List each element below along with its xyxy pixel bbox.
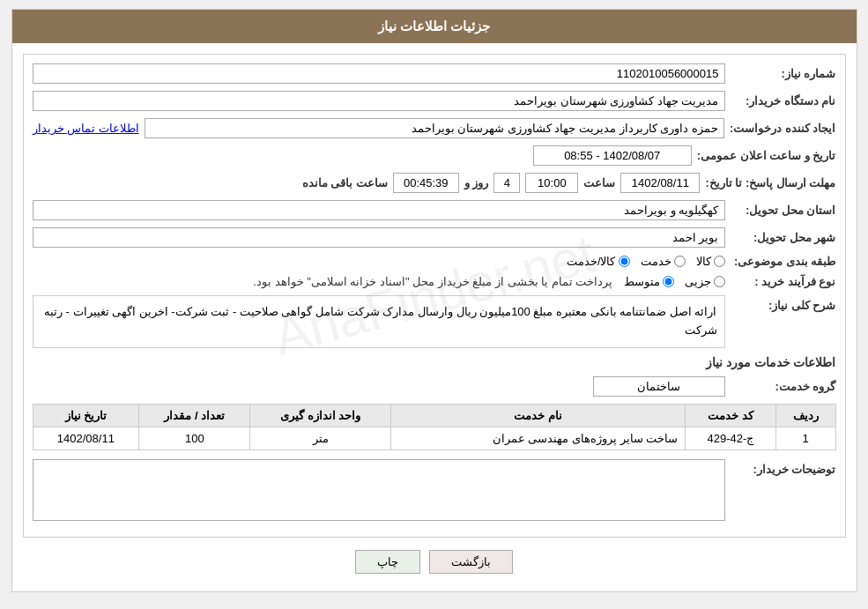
process-jozi-radio[interactable] (714, 276, 725, 287)
tarikh-value: 1402/08/07 - 08:55 (533, 145, 692, 166)
tabaqe-khedmat-radio[interactable] (674, 256, 686, 267)
sharh-label: شرح کلی نیاز: (731, 295, 836, 312)
cell-kod: ج-42-429 (686, 427, 776, 449)
col-tedad: تعداد / مقدار (139, 404, 250, 427)
tarikh-row: تاریخ و ساعت اعلان عمومی: 1402/08/07 - 0… (33, 145, 836, 166)
tozihat-row: توضیحات خریدار: (33, 459, 836, 521)
tabaqe-khedmat-label: خدمت (641, 255, 671, 268)
btn-bazgasht[interactable]: بازگشت (429, 550, 513, 574)
col-kod: کد خدمت (686, 404, 776, 427)
col-nam: نام خدمت (390, 404, 685, 427)
tabaqe-label: طبقه بندی موضوعی: (731, 255, 836, 268)
mohlat-roz: 4 (493, 173, 520, 193)
page-container: جزئیات اطلاعات نیاز AnaFinder.net شماره … (11, 9, 857, 592)
cell-vahed: متر (250, 427, 390, 449)
ettelaat-tamas-link[interactable]: اطلاعات تماس خریدار (33, 122, 139, 135)
sharh-value: ارائه اصل ضمانتنامه بانکی معتبره مبلغ 10… (33, 295, 725, 348)
process-jozi-item: جزیی (685, 275, 725, 288)
button-row: بازگشت چاپ (23, 550, 846, 574)
page-title: جزئیات اطلاعات نیاز (378, 19, 490, 33)
ostan-label: استان محل تحویل: (731, 204, 836, 217)
shahr-row: شهر محل تحویل: بویر احمد (33, 227, 836, 248)
ijad-konande-label: ایجاد کننده درخواست: (730, 122, 836, 135)
ijad-konande-row: ایجاد کننده درخواست: حمزه داوری کاربرداز… (33, 118, 836, 138)
table-head: ردیف کد خدمت نام خدمت واحد اندازه گیری ت… (33, 404, 835, 427)
process-motavasset-item: متوسط (624, 275, 674, 288)
services-table: ردیف کد خدمت نام خدمت واحد اندازه گیری ت… (33, 404, 836, 450)
tabaqe-khedmat-item: خدمت (641, 255, 686, 268)
tabaqe-kala-khedmat-radio[interactable] (619, 256, 630, 267)
mohlat-label: مهلت ارسال پاسخ: تا تاریخ: (705, 176, 835, 189)
cell-radif: 1 (775, 427, 835, 449)
mohlat-roz-label: روز و (464, 176, 489, 189)
tabaqe-kala-khedmat-label: کالا/خدمت (567, 255, 616, 268)
process-motavasset-label: متوسط (624, 275, 660, 288)
col-tarikh: تاریخ نیاز (33, 404, 139, 427)
tabaqe-kala-khedmat-item: کالا/خدمت (567, 255, 630, 268)
khadamat-title: اطلاعات خدمات مورد نیاز (33, 355, 836, 369)
content-area: AnaFinder.net شماره نیاز: 11020100560000… (12, 43, 857, 591)
gorohe-row: گروه خدمت: ساختمان (33, 376, 836, 397)
shomare-niaz-row: شماره نیاز: 1102010056000015 (33, 63, 836, 84)
ostan-row: استان محل تحویل: کهگیلویه و بویراحمد (33, 200, 836, 220)
main-form-section: AnaFinder.net شماره نیاز: 11020100560000… (23, 54, 846, 538)
mohlat-saat-label: ساعت (583, 176, 615, 189)
col-radif: ردیف (775, 404, 835, 427)
nam-dasgah-label: نام دستگاه خریدار: (731, 94, 836, 108)
tarikh-label: تاریخ و ساعت اعلان عمومی: (697, 149, 836, 162)
shomare-niaz-label: شماره نیاز: (731, 67, 836, 80)
cell-nam: ساخت سایر پروژه‌های مهندسی عمران (390, 427, 685, 449)
mohlat-saat-mande-label: ساعت باقی مانده (302, 176, 388, 189)
noe-farayand-row: نوع فرآیند خرید : جزیی متوسط پرداخت تمام… (33, 275, 836, 288)
tozihat-label: توضیحات خریدار: (731, 459, 836, 476)
tozihat-textarea[interactable] (33, 459, 725, 521)
tabaqe-radio-group: کالا خدمت کالا/خدمت (567, 255, 725, 268)
cell-tedad: 100 (139, 427, 250, 449)
nam-dasgah-value: مدیریت جهاد کشاورزی شهرستان بویراحمد (33, 91, 725, 111)
mohlat-date: 1402/08/11 (620, 173, 700, 193)
nam-dasgah-row: نام دستگاه خریدار: مدیریت جهاد کشاورزی ش… (33, 91, 836, 111)
process-motavasset-radio[interactable] (663, 276, 674, 287)
col-vahed: واحد اندازه گیری (250, 404, 390, 427)
process-radio-group: جزیی متوسط پرداخت تمام یا بخشی از مبلغ خ… (253, 275, 724, 288)
shomare-niaz-value: 1102010056000015 (33, 63, 725, 84)
btn-chap[interactable]: چاپ (355, 550, 420, 574)
tabaqe-row: طبقه بندی موضوعی: کالا خدمت کالا/خدمت (33, 255, 836, 268)
cell-tarikh: 1402/08/11 (33, 427, 139, 449)
sharh-row: شرح کلی نیاز: ارائه اصل ضمانتنامه بانکی … (33, 295, 836, 348)
process-note: پرداخت تمام یا بخشی از مبلغ خریداز محل "… (253, 275, 612, 288)
process-jozi-label: جزیی (685, 275, 711, 288)
shahr-label: شهر محل تحویل: (731, 231, 836, 244)
gorohe-value: ساختمان (593, 376, 725, 397)
noe-farayand-label: نوع فرآیند خرید : (731, 275, 836, 288)
tabaqe-kala-label: کالا (696, 255, 711, 268)
page-header: جزئیات اطلاعات نیاز (12, 10, 857, 43)
tabaqe-kala-radio[interactable] (714, 256, 725, 267)
ostan-value: کهگیلویه و بویراحمد (33, 200, 725, 220)
mohlat-row: مهلت ارسال پاسخ: تا تاریخ: 1402/08/11 سا… (33, 173, 836, 193)
table-row: 1 ج-42-429 ساخت سایر پروژه‌های مهندسی عم… (33, 427, 835, 449)
shahr-value: بویر احمد (33, 227, 725, 248)
ijad-konande-value: حمزه داوری کاربرداز مدیریت جهاد کشاورزی … (145, 118, 724, 138)
mohlat-countdown: 00:45:39 (393, 173, 459, 193)
gorohe-label: گروه خدمت: (731, 380, 836, 393)
tabaqe-kala-item: کالا (696, 255, 725, 268)
table-body: 1 ج-42-429 ساخت سایر پروژه‌های مهندسی عم… (33, 427, 835, 449)
mohlat-saat: 10:00 (525, 173, 578, 193)
table-header-row: ردیف کد خدمت نام خدمت واحد اندازه گیری ت… (33, 404, 835, 427)
